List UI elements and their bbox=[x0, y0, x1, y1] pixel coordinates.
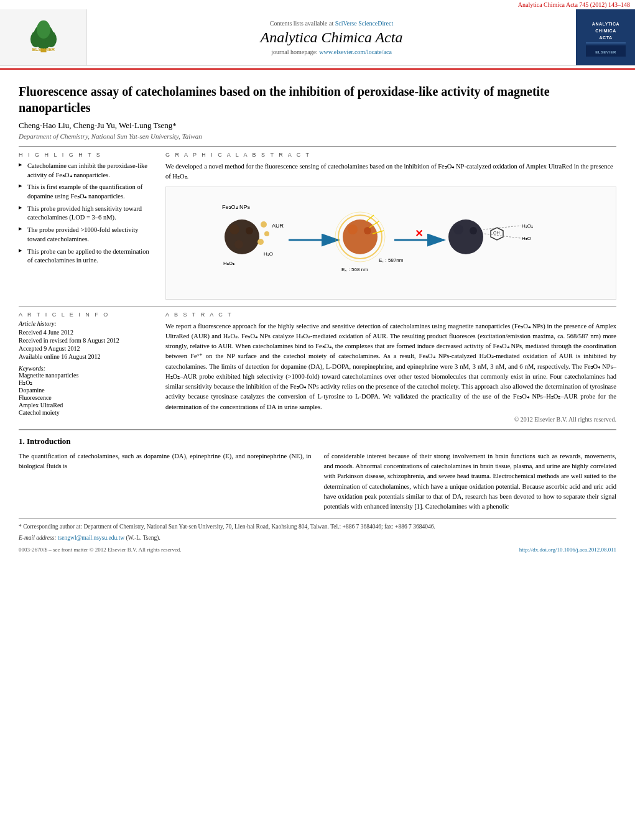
highlight-item-5: This probe can be applied to the determi… bbox=[19, 247, 155, 265]
keyword-2: H₂O₂ bbox=[19, 379, 155, 386]
svg-text:H₂O₂: H₂O₂ bbox=[522, 223, 533, 229]
revised-date: Received in revised form 8 August 2012 bbox=[19, 337, 155, 344]
highlight-item-2: This is first example of the quantificat… bbox=[19, 183, 155, 201]
reaction-diagram-svg: AUR H₂O₂ H₂O Fe₃O₄ NPs bbox=[217, 193, 565, 293]
svg-point-27 bbox=[348, 224, 358, 234]
keyword-1: Magnetite nanoparticles bbox=[19, 372, 155, 379]
svg-point-4 bbox=[37, 20, 50, 38]
copyright-line: © 2012 Elsevier B.V. All rights reserved… bbox=[165, 416, 616, 423]
svg-point-13 bbox=[225, 219, 259, 254]
email-name: (W.-L. Tseng). bbox=[126, 535, 160, 541]
elsevier-logo-container: ELSEVIER bbox=[0, 9, 87, 65]
divider-2 bbox=[19, 306, 616, 307]
svg-point-17 bbox=[261, 221, 267, 228]
svg-text:AUR: AUR bbox=[272, 223, 284, 229]
sciverse-link[interactable]: SciVerse ScienceDirect bbox=[335, 20, 394, 27]
svg-point-15 bbox=[246, 227, 253, 234]
article-title: Fluorescence assay of catecholamines bas… bbox=[19, 83, 616, 116]
svg-text:ELSEVIER: ELSEVIER bbox=[32, 47, 55, 52]
graphical-abstract-text: We developed a novel method for the fluo… bbox=[165, 162, 616, 182]
svg-point-39 bbox=[470, 227, 477, 234]
corresponding-author-note: * Corresponding author at: Department of… bbox=[19, 522, 616, 531]
intro-heading: 1. Introduction bbox=[19, 436, 616, 446]
keyword-6: Catechol moiety bbox=[19, 409, 155, 416]
aca-logo: ANALYTICA CHIMICA ACTA ELSEVIER bbox=[581, 12, 631, 63]
page-header: Analytica Chimica Acta 745 (2012) 143–14… bbox=[0, 0, 635, 70]
abstract-text: We report a fluorescence approach for th… bbox=[165, 321, 616, 412]
article-info-heading: A R T I C L E I N F O bbox=[19, 312, 155, 318]
highlights-heading: H I G H L I G H T S bbox=[19, 152, 155, 158]
svg-line-45 bbox=[483, 226, 521, 229]
footer-bottom: 0003-2670/$ – see front matter © 2012 El… bbox=[19, 546, 616, 555]
introduction-section: 1. Introduction The quantification of ca… bbox=[19, 436, 616, 512]
graphical-abstract-heading: G R A P H I C A L A B S T R A C T bbox=[165, 152, 616, 158]
svg-text:H₂O: H₂O bbox=[522, 236, 531, 241]
main-content: Fluorescence assay of catecholamines bas… bbox=[0, 70, 635, 560]
keyword-5: Amplex UltraRed bbox=[19, 402, 155, 408]
available-date: Available online 16 August 2012 bbox=[19, 353, 155, 360]
journal-homepage-link[interactable]: www.elsevier.com/locate/aca bbox=[319, 48, 392, 55]
email-label: E-mail address: bbox=[19, 535, 57, 541]
svg-text:OH: OH bbox=[493, 231, 500, 235]
svg-text:H₂O: H₂O bbox=[264, 251, 273, 257]
svg-text:ELSEVIER: ELSEVIER bbox=[595, 50, 616, 54]
svg-point-19 bbox=[257, 239, 264, 245]
email-link[interactable]: tsengwl@mail.nsysu.edu.tw bbox=[58, 535, 124, 541]
divider-3 bbox=[19, 429, 616, 430]
highlight-item-4: The probe provided >1000-fold selectivit… bbox=[19, 226, 155, 244]
email-note: E-mail address: tsengwl@mail.nsysu.edu.t… bbox=[19, 533, 616, 542]
abstract-section: A B S T R A C T We report a fluorescence… bbox=[165, 312, 616, 423]
graphical-abstract-figure: AUR H₂O₂ H₂O Fe₃O₄ NPs bbox=[165, 187, 616, 300]
intro-col-left: The quantification of catecholamines, su… bbox=[19, 451, 312, 512]
svg-text:Fe₃O₄ NPs: Fe₃O₄ NPs bbox=[222, 204, 251, 210]
svg-point-38 bbox=[453, 224, 463, 234]
journal-homepage: journal homepage: www.elsevier.com/locat… bbox=[271, 48, 392, 55]
elsevier-logo: ELSEVIER bbox=[22, 19, 65, 56]
issn-text: 0003-2670/$ – see front matter © 2012 El… bbox=[19, 546, 182, 555]
highlights-list: Catecholamine can inhibit the peroxidase… bbox=[19, 162, 155, 265]
graphical-abstract-column: G R A P H I C A L A B S T R A C T We dev… bbox=[165, 152, 616, 300]
journal-header: ELSEVIER Contents lists available at Sci… bbox=[0, 9, 635, 66]
aca-logo-container: ANALYTICA CHIMICA ACTA ELSEVIER bbox=[576, 9, 635, 65]
intro-col-right: of considerable interest because of thei… bbox=[324, 451, 617, 512]
svg-point-26 bbox=[343, 219, 378, 254]
svg-text:H₂O₂: H₂O₂ bbox=[223, 261, 234, 266]
article-info: A R T I C L E I N F O Article history: R… bbox=[19, 312, 155, 423]
affiliation: Department of Chemistry, National Sun Ya… bbox=[19, 132, 616, 140]
svg-point-37 bbox=[448, 219, 483, 254]
abstract-heading: A B S T R A C T bbox=[165, 312, 616, 318]
doi-link[interactable]: http://dx.doi.org/10.1016/j.aca.2012.08.… bbox=[519, 546, 616, 555]
keyword-4: Fluorescence bbox=[19, 394, 155, 401]
svg-point-16 bbox=[234, 240, 243, 249]
highlight-item-3: This probe provided high sensitivity tow… bbox=[19, 205, 155, 223]
sciverse-line: Contents lists available at SciVerse Sci… bbox=[270, 20, 394, 27]
accepted-date: Accepted 9 August 2012 bbox=[19, 345, 155, 352]
svg-text:ANALYTICA: ANALYTICA bbox=[591, 22, 619, 26]
keywords-section: Keywords: Magnetite nanoparticles H₂O₂ D… bbox=[19, 365, 155, 416]
svg-point-28 bbox=[364, 227, 371, 234]
citation-bar: Analytica Chimica Acta 745 (2012) 143–14… bbox=[0, 0, 635, 9]
svg-text:CHIMICA: CHIMICA bbox=[595, 29, 616, 33]
svg-text:ACTA: ACTA bbox=[599, 35, 612, 40]
footer-notes: * Corresponding author at: Department of… bbox=[19, 518, 616, 554]
keyword-3: Dopamine bbox=[19, 387, 155, 394]
highlights-graphical-section: H I G H L I G H T S Catecholamine can in… bbox=[19, 152, 616, 300]
article-info-abstract-section: A R T I C L E I N F O Article history: R… bbox=[19, 312, 616, 423]
elsevier-tree-icon: ELSEVIER bbox=[22, 19, 65, 53]
journal-title: Analytica Chimica Acta bbox=[261, 29, 403, 46]
svg-point-18 bbox=[264, 231, 269, 236]
svg-text:✕: ✕ bbox=[415, 228, 423, 239]
highlight-item-1: Catecholamine can inhibit the peroxidase… bbox=[19, 162, 155, 180]
highlights-column: H I G H L I G H T S Catecholamine can in… bbox=[19, 152, 155, 300]
journal-info-center: Contents lists available at SciVerse Sci… bbox=[87, 9, 576, 65]
authors: Cheng-Hao Liu, Cheng-Ju Yu, Wei-Lung Tse… bbox=[19, 121, 616, 131]
svg-text:Eₓ : 568 nm: Eₓ : 568 nm bbox=[341, 267, 368, 272]
received-date: Received 4 June 2012 bbox=[19, 329, 155, 336]
svg-text:E꜀ : 587nm: E꜀ : 587nm bbox=[379, 257, 404, 263]
svg-point-14 bbox=[229, 224, 239, 234]
article-history-label: Article history: bbox=[19, 320, 155, 327]
divider-1 bbox=[19, 146, 616, 147]
keywords-label: Keywords: bbox=[19, 365, 155, 372]
intro-columns: The quantification of catecholamines, su… bbox=[19, 451, 616, 512]
